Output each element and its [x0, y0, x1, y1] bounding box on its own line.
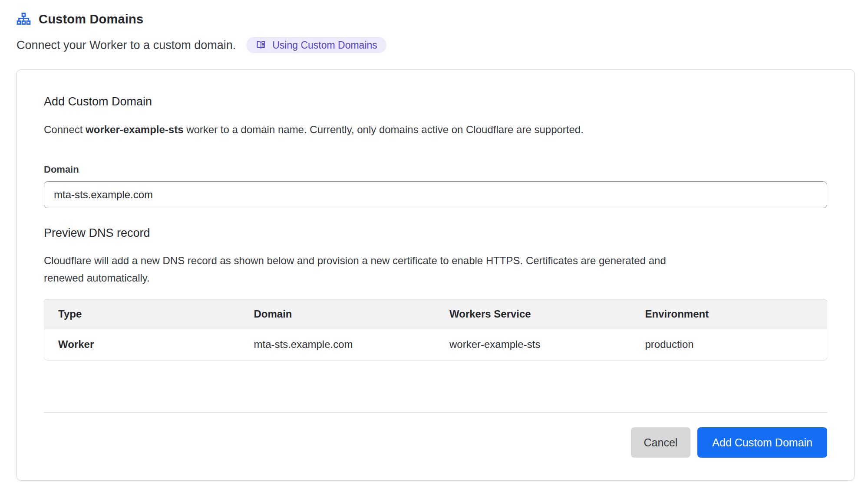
docs-link-badge[interactable]: Using Custom Domains: [246, 37, 386, 53]
cell-environment: production: [631, 329, 827, 360]
card-description: Connect worker-example-sts worker to a d…: [44, 122, 827, 137]
footer-divider: [44, 412, 827, 413]
cell-workers-service: worker-example-sts: [436, 329, 631, 360]
table-row: Worker mta-sts.example.com worker-exampl…: [44, 329, 827, 360]
page-subtitle: Connect your Worker to a custom domain.: [17, 39, 236, 52]
table-header-row: Type Domain Workers Service Environment: [44, 299, 827, 329]
domain-input[interactable]: [44, 181, 827, 208]
cell-type: Worker: [44, 329, 240, 360]
docs-badge-label: Using Custom Domains: [272, 39, 377, 51]
page-title: Custom Domains: [39, 12, 143, 26]
worker-name: worker-example-sts: [86, 124, 183, 135]
column-header-environment: Environment: [631, 299, 827, 329]
column-header-workers-service: Workers Service: [436, 299, 631, 329]
footer-actions: Cancel Add Custom Domain: [44, 427, 827, 458]
preview-dns-description: Cloudflare will add a new DNS record as …: [44, 252, 686, 287]
add-custom-domain-button[interactable]: Add Custom Domain: [697, 427, 827, 458]
cell-domain: mta-sts.example.com: [240, 329, 436, 360]
open-book-icon: [255, 39, 267, 51]
column-header-type: Type: [44, 299, 240, 329]
card-heading: Add Custom Domain: [44, 95, 827, 108]
sitemap-icon: [17, 12, 31, 26]
description-prefix: Connect: [44, 124, 86, 135]
add-custom-domain-card: Add Custom Domain Connect worker-example…: [17, 69, 855, 481]
domain-field-label: Domain: [44, 164, 827, 175]
cancel-button[interactable]: Cancel: [631, 427, 691, 458]
column-header-domain: Domain: [240, 299, 436, 329]
description-suffix: worker to a domain name. Currently, only…: [184, 124, 584, 135]
page-header: Custom Domains: [17, 12, 855, 26]
dns-preview-table: Type Domain Workers Service Environment …: [44, 299, 827, 360]
subtitle-row: Connect your Worker to a custom domain. …: [17, 37, 855, 53]
page: Custom Domains Connect your Worker to a …: [0, 0, 868, 481]
preview-dns-heading: Preview DNS record: [44, 226, 827, 240]
